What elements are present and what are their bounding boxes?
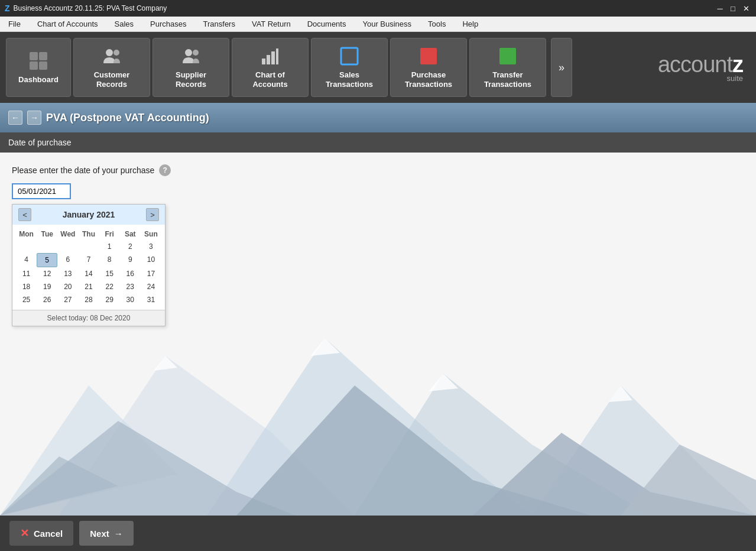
cal-day-10[interactable]: 10 [141,253,161,267]
close-button[interactable]: ✕ [741,3,751,14]
cal-day-26[interactable]: 26 [37,293,57,306]
calendar-next-button[interactable]: > [146,208,159,221]
dashboard-label: Dashboard [18,75,59,85]
chart-of-accounts-icon [259,46,281,67]
cal-day-9[interactable]: 9 [120,253,141,267]
cancel-button[interactable]: ✕ Cancel [9,521,73,546]
svg-point-4 [106,49,113,56]
svg-rect-10 [271,51,275,64]
menu-purchases[interactable]: Purchases [147,18,190,30]
calendar: < January 2021 > Mon Tue Wed Thu Fri Sat… [12,204,166,326]
forward-arrow[interactable]: → [27,111,41,125]
cal-day-empty [78,240,99,253]
svg-rect-8 [262,59,265,64]
breadcrumb-title: PVA (Postpone VAT Accounting) [46,112,209,124]
cal-day-17[interactable]: 17 [141,267,161,280]
maximize-button[interactable]: □ [728,3,738,14]
day-header-sat: Sat [120,228,141,240]
next-button[interactable]: Next → [79,521,134,546]
date-input[interactable] [12,183,71,199]
cal-day-22[interactable]: 22 [99,280,120,293]
calendar-today-button[interactable]: Select today: 08 Dec 2020 [12,310,165,326]
cal-day-30[interactable]: 30 [120,293,141,306]
prompt-text: Please enter the date of your purchase [12,166,154,175]
cal-day-1[interactable]: 1 [99,240,120,253]
calendar-week-2: 4 5 6 7 8 9 10 [16,253,161,267]
cal-day-empty [37,240,57,253]
menu-chart-of-accounts[interactable]: Chart of Accounts [34,18,102,30]
purchase-transactions-label: PurchaseTransactions [405,70,452,89]
next-label: Next [90,529,109,539]
cal-day-13[interactable]: 13 [57,267,78,280]
svg-rect-0 [30,52,38,60]
menu-bar: File Chart of Accounts Sales Purchases T… [0,17,756,32]
cal-day-25[interactable]: 25 [16,293,37,306]
cal-day-14[interactable]: 14 [78,267,99,280]
transfer-transactions-icon [497,46,518,67]
cal-day-empty [16,240,37,253]
chart-of-accounts-label: Chart ofAccounts [252,70,287,89]
purchase-transactions-icon [418,46,439,67]
menu-documents[interactable]: Documents [304,18,350,30]
svg-rect-11 [276,48,278,64]
menu-your-business[interactable]: Your Business [359,18,415,30]
menu-help[interactable]: Help [459,18,482,30]
menu-tools[interactable]: Tools [424,18,449,30]
day-header-wed: Wed [57,228,78,240]
cal-day-5[interactable]: 5 [37,253,57,267]
menu-transfers[interactable]: Transfers [200,18,239,30]
cal-day-20[interactable]: 20 [57,280,78,293]
cal-day-empty [57,240,78,253]
cal-day-23[interactable]: 23 [120,280,141,293]
cal-day-28[interactable]: 28 [78,293,99,306]
cal-day-27[interactable]: 27 [57,293,78,306]
toolbar-btn-customer-records[interactable]: CustomerRecords [73,38,150,97]
cal-day-29[interactable]: 29 [99,293,120,306]
logo-z: z [732,52,743,77]
calendar-prev-button[interactable]: < [18,208,31,221]
calendar-week-5: 25 26 27 28 29 30 31 [16,293,161,306]
cal-day-12[interactable]: 12 [37,267,57,280]
minimize-button[interactable]: ─ [715,3,725,14]
cal-day-3[interactable]: 3 [141,240,161,253]
back-arrow[interactable]: ← [8,111,22,125]
toolbar-btn-chart-of-accounts[interactable]: Chart ofAccounts [232,38,309,97]
toolbar-btn-purchase-transactions[interactable]: PurchaseTransactions [390,38,467,97]
cal-day-2[interactable]: 2 [120,240,141,253]
day-header-tue: Tue [37,228,57,240]
day-header-sun: Sun [141,228,161,240]
svg-rect-2 [30,61,38,70]
prompt-row: Please enter the date of your purchase ? [12,164,744,176]
title-bar-text: Business Accountz 20.11.25: PVA Test Com… [14,4,167,12]
menu-sales[interactable]: Sales [111,18,138,30]
sales-transactions-icon [339,46,360,67]
cal-day-18[interactable]: 18 [16,280,37,293]
cal-day-11[interactable]: 11 [16,267,37,280]
toolbar-btn-transfer-transactions[interactable]: TransferTransactions [469,38,546,97]
transfer-transactions-label: TransferTransactions [484,70,531,89]
cal-day-21[interactable]: 21 [78,280,99,293]
cal-day-8[interactable]: 8 [99,253,120,267]
cal-day-19[interactable]: 19 [37,280,57,293]
svg-rect-9 [267,55,270,64]
cal-day-16[interactable]: 16 [120,267,141,280]
help-icon[interactable]: ? [159,164,171,176]
toolbar-btn-supplier-records[interactable]: SupplierRecords [153,38,229,97]
menu-vat-return[interactable]: VAT Return [248,18,294,30]
footer-bar: ✕ Cancel Next → [0,516,756,551]
cal-day-6[interactable]: 6 [57,253,78,267]
cal-day-24[interactable]: 24 [141,280,161,293]
supplier-records-icon [180,46,202,67]
main-content: Please enter the date of your purchase ?… [0,153,756,516]
toolbar-btn-dashboard[interactable]: Dashboard [6,38,71,97]
cal-day-31[interactable]: 31 [141,293,161,306]
day-header-fri: Fri [99,228,120,240]
cal-day-7[interactable]: 7 [78,253,99,267]
svg-point-6 [185,49,192,56]
calendar-week-4: 18 19 20 21 22 23 24 [16,280,161,293]
toolbar-more-button[interactable]: » [551,38,572,97]
menu-file[interactable]: File [5,18,24,30]
toolbar-btn-sales-transactions[interactable]: SalesTransactions [311,38,388,97]
cal-day-4[interactable]: 4 [16,253,37,267]
cal-day-15[interactable]: 15 [99,267,120,280]
